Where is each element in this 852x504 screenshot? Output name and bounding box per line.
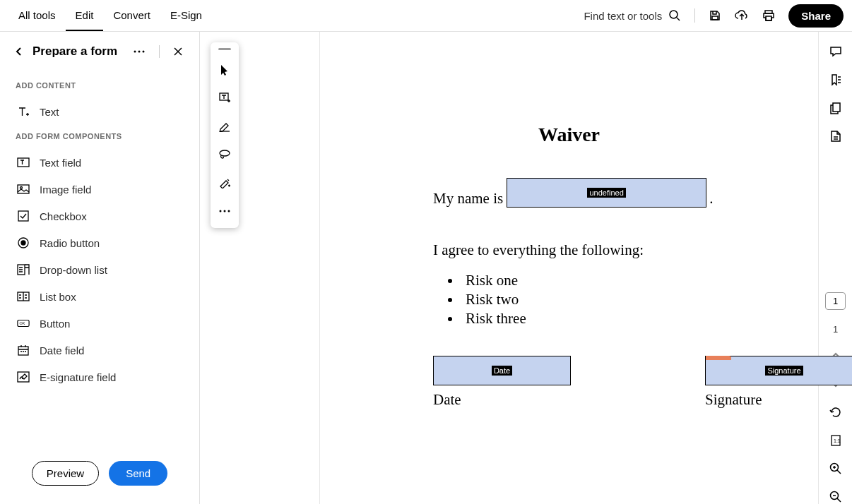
button-icon: OK <box>17 317 30 330</box>
signature-field-label: Signature <box>765 366 803 376</box>
date-field-icon <box>17 344 30 356</box>
tool-date-field[interactable]: Date field <box>14 337 185 364</box>
current-page-input[interactable]: 1 <box>825 292 846 310</box>
tool-image-field[interactable]: Image field <box>14 176 185 203</box>
date-field[interactable]: Date <box>433 356 571 385</box>
zoom-in-icon[interactable] <box>829 462 843 476</box>
name-line: My name is undefined . <box>433 178 818 208</box>
sign-here-tab <box>706 356 731 360</box>
tool-label: Image field <box>40 184 91 196</box>
svg-rect-11 <box>18 211 28 221</box>
svg-point-21 <box>220 150 230 156</box>
top-right-controls: Find text or tools Share <box>584 4 844 28</box>
send-button[interactable]: Send <box>109 461 167 486</box>
comment-icon[interactable] <box>829 44 843 59</box>
svg-point-10 <box>20 187 23 189</box>
tool-text[interactable]: Text <box>14 98 185 125</box>
tool-esignature-field[interactable]: E-signature field <box>14 364 185 390</box>
svg-rect-9 <box>18 185 29 193</box>
file-icon[interactable] <box>829 129 843 143</box>
tab-esign[interactable]: E-Sign <box>160 1 212 31</box>
svg-point-0 <box>670 11 678 18</box>
tab-edit[interactable]: Edit <box>66 1 104 31</box>
print-icon[interactable] <box>762 8 776 23</box>
svg-line-1 <box>677 18 680 20</box>
tool-text-field[interactable]: Text field <box>14 149 185 176</box>
search-icon <box>668 8 682 23</box>
name-prefix: My name is <box>433 190 503 208</box>
preview-button[interactable]: Preview <box>32 461 99 486</box>
radio-icon <box>17 236 30 249</box>
svg-rect-8 <box>18 158 29 167</box>
date-field-label: Date <box>492 366 512 376</box>
cloud-upload-icon[interactable] <box>735 8 749 23</box>
more-tools-icon[interactable] <box>211 197 239 225</box>
divider <box>694 8 695 23</box>
signature-field[interactable]: Signature <box>705 356 852 385</box>
tab-all-tools[interactable]: All tools <box>8 1 66 31</box>
close-icon[interactable] <box>171 44 185 59</box>
checkbox-icon <box>17 210 30 222</box>
tool-radio-button[interactable]: Radio button <box>14 229 185 256</box>
bookmark-icon[interactable] <box>829 73 843 87</box>
select-tool-icon[interactable] <box>211 56 239 84</box>
image-field-icon <box>17 183 30 196</box>
signature-icon <box>17 371 30 383</box>
share-button[interactable]: Share <box>788 4 844 28</box>
svg-point-24 <box>228 210 230 212</box>
svg-point-6 <box>138 51 141 53</box>
name-field[interactable]: undefined <box>507 178 706 208</box>
pages-icon[interactable] <box>829 101 843 115</box>
tool-label: Drop-down list <box>40 264 107 276</box>
search-area[interactable]: Find text or tools <box>584 8 682 23</box>
list-box-icon <box>17 290 30 303</box>
tool-checkbox[interactable]: Checkbox <box>14 203 185 229</box>
svg-rect-25 <box>833 103 840 112</box>
tool-label: Radio button <box>40 237 100 249</box>
tool-label: List box <box>40 291 76 303</box>
svg-rect-18 <box>18 347 28 355</box>
tool-list-box[interactable]: List box <box>14 283 185 310</box>
floating-toolbar[interactable] <box>211 42 239 228</box>
right-sidebar: 1 1 1:1 <box>818 32 852 504</box>
signature-caption: Signature <box>705 391 852 409</box>
tool-label: E-signature field <box>40 371 116 383</box>
document-area: Waiver My name is undefined . I agree to… <box>200 32 818 504</box>
draw-tool-icon[interactable] <box>211 169 239 197</box>
tool-button[interactable]: OK Button <box>14 310 185 337</box>
lasso-tool-icon[interactable] <box>211 140 239 169</box>
back-icon[interactable] <box>14 47 24 56</box>
panel-footer: Preview Send <box>14 461 185 491</box>
tab-convert[interactable]: Convert <box>103 1 160 31</box>
panel-header: Prepare a form <box>14 44 185 59</box>
more-icon[interactable] <box>131 47 148 56</box>
svg-text:OK: OK <box>20 321 25 325</box>
svg-point-5 <box>134 51 136 53</box>
name-suffix: . <box>709 190 713 208</box>
tool-label: Text <box>40 106 59 118</box>
date-block: Date Date <box>433 356 571 409</box>
fit-page-icon[interactable]: 1:1 <box>829 433 843 448</box>
save-icon[interactable] <box>708 8 722 23</box>
tool-dropdown[interactable]: Drop-down list <box>14 256 185 283</box>
dropdown-icon <box>17 263 30 276</box>
top-toolbar: All tools Edit Convert E-Sign Find text … <box>0 0 852 32</box>
date-caption: Date <box>433 391 571 409</box>
text-add-icon <box>17 105 30 118</box>
svg-point-7 <box>143 51 145 53</box>
tool-label: Date field <box>40 344 84 356</box>
highlight-tool-icon[interactable] <box>211 112 239 140</box>
drag-handle-icon[interactable] <box>218 48 231 50</box>
section-add-content: ADD CONTENT <box>16 81 185 90</box>
signature-row: Date Date Signature Signature <box>433 356 818 409</box>
panel-title: Prepare a form <box>32 44 122 59</box>
document-page[interactable]: Waiver My name is undefined . I agree to… <box>320 32 818 504</box>
section-form-components: ADD FORM COMPONENTS <box>16 132 185 140</box>
add-text-tool-icon[interactable] <box>211 84 239 112</box>
svg-point-13 <box>21 241 25 245</box>
zoom-out-icon[interactable] <box>829 490 843 504</box>
tool-label: Text field <box>40 157 81 169</box>
agreement-text: I agree to everything the following: <box>433 241 818 259</box>
tool-label: Button <box>40 318 70 330</box>
svg-point-23 <box>224 210 226 212</box>
